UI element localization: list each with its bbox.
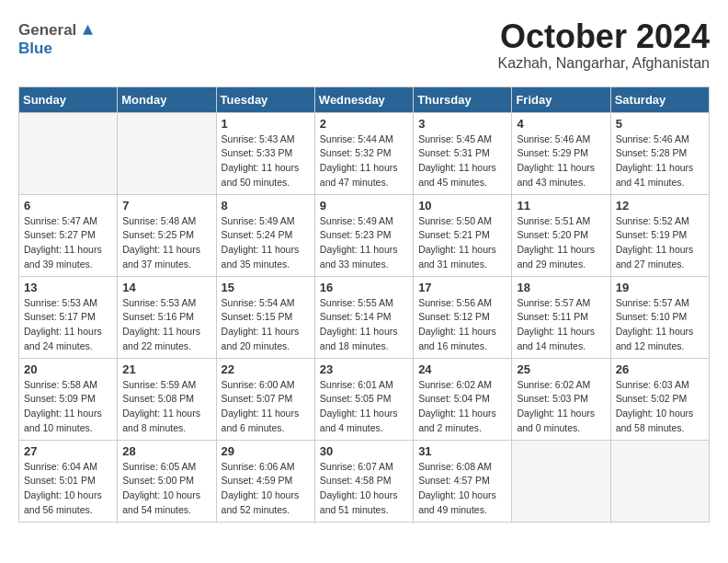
calendar-day-cell <box>118 112 216 194</box>
day-info: Sunrise: 6:02 AM Sunset: 5:03 PM Dayligh… <box>517 378 605 436</box>
calendar-day-cell: 17Sunrise: 5:56 AM Sunset: 5:12 PM Dayli… <box>414 276 512 358</box>
day-number: 5 <box>616 117 704 131</box>
day-info: Sunrise: 5:48 AM Sunset: 5:25 PM Dayligh… <box>122 214 210 272</box>
day-info: Sunrise: 6:03 AM Sunset: 5:02 PM Dayligh… <box>616 378 704 436</box>
calendar-day-cell: 21Sunrise: 5:59 AM Sunset: 5:08 PM Dayli… <box>118 358 216 440</box>
calendar-day-cell: 6Sunrise: 5:47 AM Sunset: 5:27 PM Daylig… <box>19 194 118 276</box>
day-info: Sunrise: 5:54 AM Sunset: 5:15 PM Dayligh… <box>222 296 310 354</box>
calendar-day-cell: 31Sunrise: 6:08 AM Sunset: 4:57 PM Dayli… <box>414 440 512 522</box>
day-info: Sunrise: 5:51 AM Sunset: 5:20 PM Dayligh… <box>517 214 605 272</box>
day-number: 25 <box>517 362 605 376</box>
weekday-header-cell: Thursday <box>414 86 512 112</box>
day-number: 18 <box>517 281 605 294</box>
calendar-day-cell: 8Sunrise: 5:49 AM Sunset: 5:24 PM Daylig… <box>216 194 314 276</box>
day-number: 12 <box>616 199 704 213</box>
page-header: General ▴ Blue October 2024 Kazhah, Nang… <box>18 18 710 72</box>
day-number: 11 <box>517 199 605 213</box>
calendar-day-cell: 4Sunrise: 5:46 AM Sunset: 5:29 PM Daylig… <box>512 112 610 194</box>
day-info: Sunrise: 5:46 AM Sunset: 5:29 PM Dayligh… <box>517 132 605 190</box>
calendar-table: SundayMondayTuesdayWednesdayThursdayFrid… <box>18 86 710 523</box>
calendar-day-cell: 20Sunrise: 5:58 AM Sunset: 5:09 PM Dayli… <box>19 358 118 440</box>
day-number: 17 <box>418 281 506 294</box>
calendar-day-cell: 13Sunrise: 5:53 AM Sunset: 5:17 PM Dayli… <box>19 276 118 358</box>
title-section: October 2024 Kazhah, Nangarhar, Afghanis… <box>498 18 710 72</box>
logo-general: General <box>18 21 76 39</box>
calendar-day-cell: 5Sunrise: 5:46 AM Sunset: 5:28 PM Daylig… <box>610 112 709 194</box>
weekday-header-cell: Wednesday <box>314 86 413 112</box>
day-number: 3 <box>418 117 506 131</box>
day-number: 27 <box>24 444 112 458</box>
day-info: Sunrise: 5:57 AM Sunset: 5:11 PM Dayligh… <box>517 296 605 354</box>
day-number: 15 <box>222 281 310 294</box>
day-number: 28 <box>122 444 210 458</box>
calendar-day-cell <box>610 440 709 522</box>
day-info: Sunrise: 6:06 AM Sunset: 4:59 PM Dayligh… <box>222 460 310 518</box>
day-number: 7 <box>122 199 210 213</box>
day-info: Sunrise: 5:43 AM Sunset: 5:33 PM Dayligh… <box>222 132 310 190</box>
day-number: 4 <box>517 117 605 131</box>
day-info: Sunrise: 5:46 AM Sunset: 5:28 PM Dayligh… <box>616 132 704 190</box>
calendar-week-row: 6Sunrise: 5:47 AM Sunset: 5:27 PM Daylig… <box>19 194 710 276</box>
day-number: 20 <box>24 362 112 376</box>
day-number: 8 <box>222 199 310 213</box>
weekday-header-cell: Saturday <box>610 86 709 112</box>
day-number: 1 <box>222 117 310 131</box>
day-number: 22 <box>222 362 310 376</box>
day-info: Sunrise: 5:58 AM Sunset: 5:09 PM Dayligh… <box>24 378 112 436</box>
day-number: 6 <box>24 199 112 213</box>
day-info: Sunrise: 5:53 AM Sunset: 5:16 PM Dayligh… <box>122 296 210 354</box>
day-info: Sunrise: 6:00 AM Sunset: 5:07 PM Dayligh… <box>222 378 310 436</box>
day-number: 26 <box>616 362 704 376</box>
day-info: Sunrise: 5:45 AM Sunset: 5:31 PM Dayligh… <box>418 132 506 190</box>
calendar-day-cell: 28Sunrise: 6:05 AM Sunset: 5:00 PM Dayli… <box>118 440 216 522</box>
calendar-day-cell <box>19 112 118 194</box>
day-info: Sunrise: 6:01 AM Sunset: 5:05 PM Dayligh… <box>320 378 408 436</box>
day-info: Sunrise: 5:59 AM Sunset: 5:08 PM Dayligh… <box>122 378 210 436</box>
day-number: 9 <box>320 199 408 213</box>
day-info: Sunrise: 5:44 AM Sunset: 5:32 PM Dayligh… <box>320 132 408 190</box>
calendar-day-cell: 1Sunrise: 5:43 AM Sunset: 5:33 PM Daylig… <box>216 112 314 194</box>
day-info: Sunrise: 5:57 AM Sunset: 5:10 PM Dayligh… <box>616 296 704 354</box>
day-info: Sunrise: 5:53 AM Sunset: 5:17 PM Dayligh… <box>24 296 112 354</box>
calendar-day-cell: 9Sunrise: 5:49 AM Sunset: 5:23 PM Daylig… <box>314 194 413 276</box>
day-info: Sunrise: 6:07 AM Sunset: 4:58 PM Dayligh… <box>320 460 408 518</box>
weekday-header-cell: Friday <box>512 86 610 112</box>
day-info: Sunrise: 5:49 AM Sunset: 5:23 PM Dayligh… <box>320 214 408 272</box>
calendar-day-cell: 24Sunrise: 6:02 AM Sunset: 5:04 PM Dayli… <box>414 358 512 440</box>
day-info: Sunrise: 6:05 AM Sunset: 5:00 PM Dayligh… <box>122 460 210 518</box>
calendar-day-cell: 23Sunrise: 6:01 AM Sunset: 5:05 PM Dayli… <box>314 358 413 440</box>
calendar-body: 1Sunrise: 5:43 AM Sunset: 5:33 PM Daylig… <box>19 112 710 522</box>
calendar-day-cell: 29Sunrise: 6:06 AM Sunset: 4:59 PM Dayli… <box>216 440 314 522</box>
calendar-week-row: 13Sunrise: 5:53 AM Sunset: 5:17 PM Dayli… <box>19 276 710 358</box>
day-number: 24 <box>418 362 506 376</box>
day-number: 23 <box>320 362 408 376</box>
calendar-day-cell: 30Sunrise: 6:07 AM Sunset: 4:58 PM Dayli… <box>314 440 413 522</box>
calendar-day-cell: 12Sunrise: 5:52 AM Sunset: 5:19 PM Dayli… <box>610 194 709 276</box>
day-info: Sunrise: 5:47 AM Sunset: 5:27 PM Dayligh… <box>24 214 112 272</box>
calendar-day-cell: 7Sunrise: 5:48 AM Sunset: 5:25 PM Daylig… <box>118 194 216 276</box>
calendar-day-cell: 10Sunrise: 5:50 AM Sunset: 5:21 PM Dayli… <box>414 194 512 276</box>
calendar-day-cell: 18Sunrise: 5:57 AM Sunset: 5:11 PM Dayli… <box>512 276 610 358</box>
calendar-day-cell: 14Sunrise: 5:53 AM Sunset: 5:16 PM Dayli… <box>118 276 216 358</box>
calendar-day-cell: 27Sunrise: 6:04 AM Sunset: 5:01 PM Dayli… <box>19 440 118 522</box>
logo: General ▴ Blue <box>18 18 93 58</box>
calendar-day-cell: 26Sunrise: 6:03 AM Sunset: 5:02 PM Dayli… <box>610 358 709 440</box>
weekday-header-cell: Tuesday <box>216 86 314 112</box>
day-number: 31 <box>418 444 506 458</box>
calendar-day-cell: 3Sunrise: 5:45 AM Sunset: 5:31 PM Daylig… <box>414 112 512 194</box>
day-info: Sunrise: 6:04 AM Sunset: 5:01 PM Dayligh… <box>24 460 112 518</box>
day-info: Sunrise: 5:52 AM Sunset: 5:19 PM Dayligh… <box>616 214 704 272</box>
day-number: 13 <box>24 281 112 294</box>
day-info: Sunrise: 5:49 AM Sunset: 5:24 PM Dayligh… <box>222 214 310 272</box>
calendar-day-cell <box>512 440 610 522</box>
calendar-week-row: 27Sunrise: 6:04 AM Sunset: 5:01 PM Dayli… <box>19 440 710 522</box>
day-number: 14 <box>122 281 210 294</box>
weekday-header-cell: Monday <box>118 86 216 112</box>
day-number: 2 <box>320 117 408 131</box>
day-info: Sunrise: 6:02 AM Sunset: 5:04 PM Dayligh… <box>418 378 506 436</box>
calendar-week-row: 20Sunrise: 5:58 AM Sunset: 5:09 PM Dayli… <box>19 358 710 440</box>
calendar-day-cell: 2Sunrise: 5:44 AM Sunset: 5:32 PM Daylig… <box>314 112 413 194</box>
calendar-day-cell: 22Sunrise: 6:00 AM Sunset: 5:07 PM Dayli… <box>216 358 314 440</box>
day-number: 16 <box>320 281 408 294</box>
calendar-day-cell: 25Sunrise: 6:02 AM Sunset: 5:03 PM Dayli… <box>512 358 610 440</box>
